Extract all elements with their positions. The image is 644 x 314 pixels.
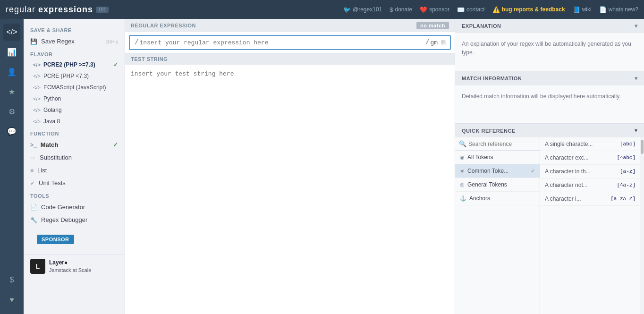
sponsor-container: SPONSOR <box>24 226 125 253</box>
qr-right-item-1[interactable]: A character exc... [^abc] <box>540 151 640 165</box>
function-list[interactable]: ≡ List <box>24 164 125 177</box>
qr-right-item-4[interactable]: A character i... [a-zA-Z] <box>540 192 640 206</box>
sidebar-icon-code[interactable]: </> <box>3 24 20 41</box>
qr-item-anchors[interactable]: ⚓ Anchors <box>455 192 540 205</box>
flavor-ecma[interactable]: </> ECMAScript (JavaScript) <box>24 82 125 93</box>
qr-common-tokens-label: Common Toke... <box>467 168 508 174</box>
match-info-text: Detailed match information will be displ… <box>462 92 637 101</box>
flavor-python-label: Python <box>43 95 61 102</box>
sidebar-icon-chat[interactable]: 💬 <box>3 123 20 140</box>
code-icon: </> <box>33 62 41 68</box>
qr-right-item-2[interactable]: A character in th... [a-z] <box>540 165 640 178</box>
nav-twitter[interactable]: 🐦 @regex101 <box>343 6 382 13</box>
match-info-header[interactable]: MATCH INFORMATION ▾ <box>455 71 644 85</box>
tool-code-generator[interactable]: 📄 Code Generator <box>24 201 125 213</box>
sponsor-button[interactable]: SPONSOR <box>37 235 74 244</box>
function-list-label: List <box>37 167 47 174</box>
heart-nav-icon: ❤️ <box>420 6 427 13</box>
quick-ref-right: A single characte... [abc] A character e… <box>540 137 640 314</box>
function-unit-tests[interactable]: ✓ Unit Tests <box>24 177 125 189</box>
qr-item-all-tokens[interactable]: ◉ All Tokens <box>455 151 540 164</box>
warning-icon: ⚠️ <box>492 6 500 13</box>
qr-desc-1: A character exc... <box>545 154 613 161</box>
book-icon: 📘 <box>573 6 580 13</box>
explanation-text: An explanation of your regex will be aut… <box>462 40 637 57</box>
regex-flags: gm <box>430 39 438 46</box>
quick-ref-section: QUICK REFERENCE ▾ 🔍 ◉ All Tokens <box>455 124 644 314</box>
sidebar-icon-dollar[interactable]: $ <box>3 272 20 289</box>
heart-icon: ♥ <box>9 296 14 304</box>
sidebar-icon-user[interactable]: 👤 <box>3 63 20 80</box>
layer-tagline: Jamstack at Scale <box>49 267 91 273</box>
flavor-pcre[interactable]: </> PCRE (PHP <7.3) <box>24 70 125 82</box>
settings-icon: ⚙ <box>8 107 15 116</box>
nav-links: 🐦 @regex101 $ donate ❤️ sponsor ✉️ conta… <box>343 6 638 13</box>
qr-code-0: [abc] <box>620 141 636 147</box>
qr-right-item-0[interactable]: A single characte... [abc] <box>540 137 640 151</box>
sidebar-icon-gear[interactable]: ⚙ <box>3 103 20 120</box>
pcre2-check-icon: ✓ <box>113 61 118 68</box>
flavor-golang-label: Golang <box>43 107 62 113</box>
left-panel: SAVE & SHARE 💾 Save Regex ctrl+s FLAVOR … <box>24 19 125 314</box>
layer-logo: L <box>30 259 45 274</box>
test-string-input[interactable] <box>125 65 455 314</box>
qr-code-3: [^a-z] <box>617 182 636 188</box>
match-info-title: MATCH INFORMATION <box>462 76 522 81</box>
save-share-title: SAVE & SHARE <box>24 24 125 35</box>
function-substitution[interactable]: ↔ Substitution <box>24 151 125 164</box>
quick-ref-search-input[interactable] <box>468 141 539 147</box>
qr-item-general-tokens[interactable]: ◎ General Tokens <box>455 178 540 192</box>
match-check-icon: ✓ <box>113 141 118 148</box>
qr-desc-0: A single characte... <box>545 141 616 147</box>
code-icon-3: </> <box>33 85 41 90</box>
regex-input[interactable] <box>139 39 425 46</box>
qr-right-item-3[interactable]: A character not... [^a-z] <box>540 178 640 192</box>
explanation-header[interactable]: EXPLANATION ▾ <box>455 19 644 33</box>
flavor-python[interactable]: </> Python <box>24 93 125 104</box>
function-substitution-label: Substitution <box>40 154 72 161</box>
icon-sidebar: </> 📊 👤 ★ ⚙ 💬 $ ♥ <box>0 19 24 314</box>
flavor-title: FLAVOR <box>24 48 125 59</box>
flavor-golang[interactable]: </> Golang <box>24 104 125 116</box>
qr-all-tokens-label: All Tokens <box>467 154 493 161</box>
nav-wiki[interactable]: 📘 wiki <box>573 6 592 13</box>
anchor-icon: ⚓ <box>460 195 466 202</box>
sidebar-icon-heart[interactable]: ♥ <box>3 291 20 308</box>
qr-item-common-tokens[interactable]: ★ Common Toke... ✓ <box>455 164 540 178</box>
nav-whats-new[interactable]: 📄 whats new? <box>599 6 638 13</box>
code-icon-6: </> <box>33 119 41 124</box>
test-string-section: TEST STRING <box>125 53 455 314</box>
sidebar-bottom-icons: $ ♥ <box>3 272 20 314</box>
layer-promo[interactable]: L Layer● Jamstack at Scale <box>24 255 125 278</box>
nav-donate[interactable]: $ donate <box>390 6 412 13</box>
save-regex-item[interactable]: 💾 Save Regex ctrl+s <box>24 35 125 48</box>
all-tokens-icon: ◉ <box>460 154 465 161</box>
function-match-label: Match <box>41 141 59 148</box>
main-layout: </> 📊 👤 ★ ⚙ 💬 $ ♥ SAVE & SHARE <box>0 19 644 314</box>
comment-icon: 💬 <box>7 127 17 136</box>
regex-delim-right: / <box>425 39 429 46</box>
sidebar-icon-chart[interactable]: 📊 <box>3 43 20 60</box>
qr-right-scrollbar[interactable] <box>640 137 644 314</box>
function-match[interactable]: >_ Match ✓ <box>24 138 125 151</box>
quick-ref-header[interactable]: QUICK REFERENCE ▾ <box>455 124 644 137</box>
twitter-icon: 🐦 <box>343 6 351 13</box>
nav-contact[interactable]: ✉️ contact <box>457 6 485 13</box>
regex-title: REGULAR EXPRESSION <box>131 23 196 28</box>
quick-ref-chevron-icon: ▾ <box>635 127 638 134</box>
qr-code-2: [a-z] <box>620 169 636 174</box>
explanation-section: EXPLANATION ▾ An explanation of your reg… <box>455 19 644 71</box>
nav-sponsor[interactable]: ❤️ sponsor <box>420 6 449 13</box>
flavor-ecma-label: ECMAScript (JavaScript) <box>43 84 106 91</box>
copy-regex-button[interactable]: ⎘ <box>441 39 445 46</box>
flavor-java8[interactable]: </> Java 8 <box>24 116 125 127</box>
sidebar-icon-star[interactable]: ★ <box>3 83 20 100</box>
unit-tests-icon: ✓ <box>30 180 35 187</box>
qr-anchors-label: Anchors <box>469 195 490 202</box>
qr-right-scrollbar-thumb <box>641 140 644 154</box>
flavor-pcre2[interactable]: </> PCRE2 (PHP >=7.3) ✓ <box>24 59 125 70</box>
mail-icon: ✉️ <box>457 6 465 13</box>
code-icon-5: </> <box>33 107 41 113</box>
nav-bug-reports[interactable]: ⚠️ bug reports & feedback <box>492 6 565 13</box>
tool-regex-debugger[interactable]: 🔧 Regex Debugger <box>24 213 125 226</box>
